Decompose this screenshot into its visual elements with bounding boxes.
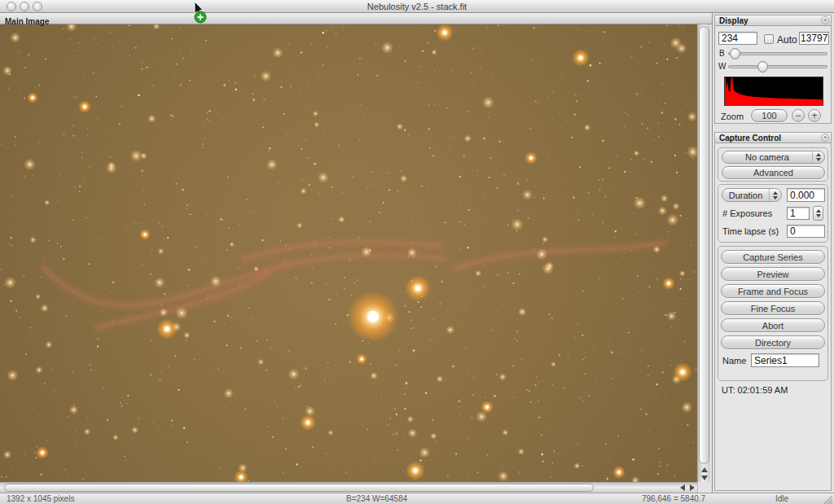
frame-and-focus-button[interactable]: Frame and Focus xyxy=(721,284,825,298)
b-slider-thumb[interactable] xyxy=(730,48,740,59)
time-lapse-input[interactable] xyxy=(787,225,825,238)
capture-panel-body: No camera Advanced Duration # Exposures … xyxy=(715,143,831,490)
display-close-button[interactable]: × xyxy=(821,16,829,24)
histogram xyxy=(724,77,823,106)
exposure-group: Duration # Exposures Time lapse (s) xyxy=(718,184,828,243)
arrow-right-icon xyxy=(690,484,695,491)
exposures-input[interactable] xyxy=(787,207,810,220)
white-level-input[interactable] xyxy=(799,32,829,45)
scroll-down-button[interactable] xyxy=(700,474,709,482)
zoom-label: Zoom xyxy=(721,112,744,121)
status-image-size: 1392 x 1045 pixels xyxy=(7,494,74,503)
capture-panel-title: Capture Control xyxy=(719,134,781,142)
status-state: Idle xyxy=(775,494,788,503)
actions-group: Capture Series Preview Frame and Focus F… xyxy=(718,246,828,381)
b-slider-label: B xyxy=(719,49,725,58)
name-label: Name xyxy=(722,356,746,366)
image-viewport xyxy=(0,24,697,482)
arrow-left-icon xyxy=(680,484,685,491)
scroll-right-button[interactable] xyxy=(687,484,696,492)
auto-checkbox[interactable] xyxy=(764,34,774,44)
exposures-label: # Exposures xyxy=(722,208,772,218)
status-bw-levels: B=234 W=64584 xyxy=(346,494,407,503)
display-panel: Display × Auto B W Zoom 100 − + xyxy=(714,15,832,124)
vertical-scrollbar[interactable] xyxy=(697,24,710,482)
close-icon: × xyxy=(823,134,827,141)
camera-select-value: No camera xyxy=(722,152,812,162)
mouse-cursor-icon xyxy=(188,1,209,25)
capture-close-button[interactable]: × xyxy=(821,134,829,142)
duration-select[interactable]: Duration xyxy=(722,188,782,202)
w-slider-label: W xyxy=(718,62,726,71)
scroll-up-button[interactable] xyxy=(700,466,709,474)
camera-select[interactable]: No camera xyxy=(722,151,825,164)
window-title: Nebulosity v2.5 - stack.fit xyxy=(0,0,834,13)
zoom-level-button[interactable]: 100 xyxy=(751,109,788,122)
scrollbar-corner xyxy=(697,482,710,493)
close-icon: × xyxy=(823,16,827,24)
abort-button[interactable]: Abort xyxy=(721,318,825,332)
display-panel-header: Display × xyxy=(715,15,831,26)
arrow-up-icon xyxy=(701,467,708,472)
main-image-title: Main Image xyxy=(0,16,49,27)
capture-series-button[interactable]: Capture Series xyxy=(721,250,825,264)
camera-group: No camera Advanced xyxy=(718,147,828,182)
series-name-input[interactable] xyxy=(751,353,819,367)
scroll-left-button[interactable] xyxy=(678,484,687,492)
display-panel-title: Display xyxy=(719,16,748,25)
popup-arrows-icon xyxy=(812,151,824,163)
starfield-image[interactable] xyxy=(0,24,697,482)
display-panel-body: Auto B W Zoom 100 − + xyxy=(715,26,831,123)
black-level-input[interactable] xyxy=(718,32,757,45)
zoom-in-button[interactable]: + xyxy=(808,109,821,122)
w-slider-track[interactable] xyxy=(728,65,827,68)
directory-button[interactable]: Directory xyxy=(721,335,825,349)
horizontal-scrollbar[interactable] xyxy=(0,482,697,493)
exposures-stepper[interactable] xyxy=(813,206,823,221)
duration-select-value: Duration xyxy=(722,191,769,200)
auto-label: Auto xyxy=(777,34,797,46)
time-lapse-label: Time lapse (s) xyxy=(722,226,779,236)
fine-focus-button[interactable]: Fine Focus xyxy=(721,301,825,315)
arrow-down-icon xyxy=(701,476,708,480)
zoom-out-button[interactable]: − xyxy=(792,109,805,122)
vertical-scrollbar-thumb[interactable] xyxy=(699,26,709,464)
preview-button[interactable]: Preview xyxy=(721,267,825,281)
duration-input[interactable] xyxy=(787,188,825,202)
sidebar: Display × Auto B W Zoom 100 − + Capture xyxy=(712,13,834,493)
capture-control-panel: Capture Control × No camera Advanced Dur… xyxy=(714,132,832,491)
capture-panel-header: Capture Control × xyxy=(715,133,831,143)
resize-grip-icon[interactable] xyxy=(823,494,833,504)
window-titlebar: Nebulosity v2.5 - stack.fit xyxy=(0,0,834,13)
status-pixel-readout: 796,646 = 5840.7 xyxy=(642,494,705,503)
ut-time-label: UT: 02:01:59 AM xyxy=(722,385,788,395)
advanced-button[interactable]: Advanced xyxy=(722,166,825,179)
status-bar: 1392 x 1045 pixels B=234 W=64584 796,646… xyxy=(0,493,834,504)
b-slider-track[interactable] xyxy=(728,52,827,55)
horizontal-scrollbar-thumb[interactable] xyxy=(4,484,594,492)
w-slider-thumb[interactable] xyxy=(757,61,768,72)
main-image-header: Main Image xyxy=(0,13,712,24)
popup-arrows-icon xyxy=(769,189,781,201)
